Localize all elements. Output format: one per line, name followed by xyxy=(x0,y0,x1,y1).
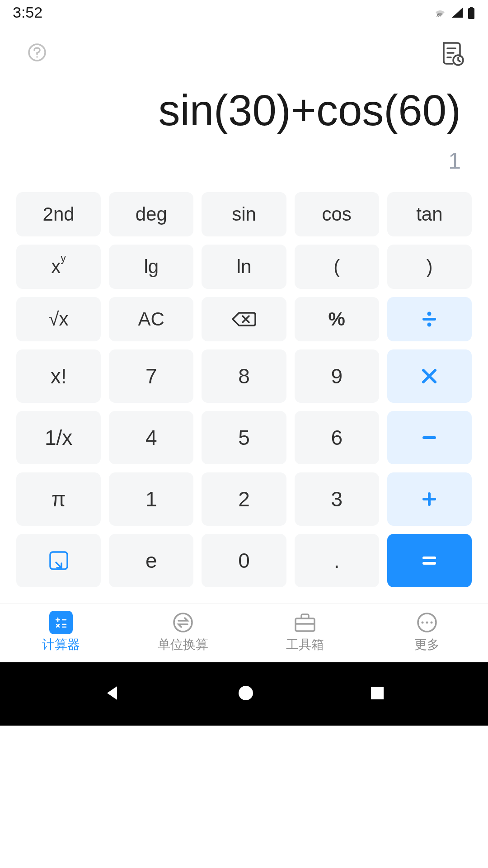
key-ln[interactable]: ln xyxy=(202,245,286,289)
svg-rect-16 xyxy=(422,436,436,439)
svg-rect-2 xyxy=(470,7,473,9)
key-dot[interactable]: . xyxy=(295,534,379,587)
nav-toolbox-label: 工具箱 xyxy=(286,636,324,653)
svg-point-13 xyxy=(427,322,432,326)
key-9[interactable]: 9 xyxy=(295,349,379,403)
svg-rect-19 xyxy=(50,552,67,569)
equals-icon xyxy=(420,552,438,570)
key-ac[interactable]: AC xyxy=(109,297,193,341)
nav-more[interactable]: 更多 xyxy=(366,604,488,662)
svg-point-36 xyxy=(239,686,253,700)
help-button[interactable] xyxy=(27,42,47,64)
svg-rect-20 xyxy=(422,557,436,559)
recent-square-icon xyxy=(370,686,385,700)
status-bar: 3:52 x xyxy=(0,0,488,25)
key-0[interactable]: 0 xyxy=(202,534,286,587)
wifi-off-icon: x xyxy=(433,7,447,19)
history-button[interactable] xyxy=(437,38,465,68)
key-rparen[interactable]: ) xyxy=(387,245,472,289)
key-minus[interactable] xyxy=(387,411,472,464)
key-power[interactable]: xy xyxy=(16,245,101,289)
key-sin[interactable]: sin xyxy=(202,192,286,236)
status-icons: x xyxy=(433,6,475,19)
signal-icon xyxy=(451,7,464,19)
key-backspace[interactable] xyxy=(202,297,286,341)
keypad: 2nd deg sin cos tan xy lg ln ( ) √x AC %… xyxy=(0,192,488,604)
nav-calculator-label: 计算器 xyxy=(42,636,80,653)
display-area: sin(30)+cos(60) 1 xyxy=(0,73,488,192)
svg-rect-1 xyxy=(468,8,474,19)
battery-icon xyxy=(467,6,475,19)
nav-unit-convert[interactable]: 单位换算 xyxy=(122,604,244,662)
result-display: 1 xyxy=(27,148,461,174)
svg-point-34 xyxy=(426,622,428,624)
svg-point-35 xyxy=(431,622,433,624)
multiply-icon xyxy=(421,368,437,384)
system-nav-bar xyxy=(0,662,488,726)
convert-icon xyxy=(172,612,194,633)
key-3[interactable]: 3 xyxy=(295,472,379,526)
key-pi[interactable]: π xyxy=(16,472,101,526)
svg-point-4 xyxy=(36,56,38,58)
svg-text:x: x xyxy=(436,12,439,18)
system-recent-button[interactable] xyxy=(370,686,385,702)
backspace-icon xyxy=(231,310,257,328)
key-lg[interactable]: lg xyxy=(109,245,193,289)
key-2nd[interactable]: 2nd xyxy=(16,192,101,236)
key-8[interactable]: 8 xyxy=(202,349,286,403)
plus-icon xyxy=(420,490,438,508)
svg-rect-12 xyxy=(422,318,436,321)
nav-more-label: 更多 xyxy=(414,636,440,653)
nav-toolbox[interactable]: 工具箱 xyxy=(244,604,366,662)
key-tan[interactable]: tan xyxy=(387,192,472,236)
toolbox-icon xyxy=(293,612,317,633)
help-icon xyxy=(27,42,47,62)
history-icon xyxy=(437,38,465,66)
svg-rect-30 xyxy=(296,618,314,631)
svg-rect-21 xyxy=(422,562,436,565)
key-deg[interactable]: deg xyxy=(109,192,193,236)
key-factorial[interactable]: x! xyxy=(16,349,101,403)
home-circle-icon xyxy=(238,685,254,701)
svg-rect-37 xyxy=(371,687,384,699)
key-2[interactable]: 2 xyxy=(202,472,286,526)
bottom-nav: 计算器 单位换算 工具箱 xyxy=(0,604,488,662)
key-5[interactable]: 5 xyxy=(202,411,286,464)
divide-icon xyxy=(420,310,438,328)
key-6[interactable]: 6 xyxy=(295,411,379,464)
nav-calculator[interactable]: 计算器 xyxy=(0,604,122,662)
key-divide[interactable] xyxy=(387,297,472,341)
key-7[interactable]: 7 xyxy=(109,349,193,403)
key-sqrt[interactable]: √x xyxy=(16,297,101,341)
calculator-icon xyxy=(49,611,73,634)
key-percent[interactable]: % xyxy=(295,297,379,341)
key-equals[interactable] xyxy=(387,534,472,587)
nav-unit-convert-label: 单位换算 xyxy=(158,636,208,653)
status-time: 3:52 xyxy=(13,4,42,21)
top-toolbar xyxy=(0,25,488,73)
svg-point-33 xyxy=(422,622,424,624)
key-reciprocal[interactable]: 1/x xyxy=(16,411,101,464)
key-1[interactable]: 1 xyxy=(109,472,193,526)
minus-icon xyxy=(420,429,438,447)
key-lparen[interactable]: ( xyxy=(295,245,379,289)
svg-point-29 xyxy=(174,613,192,632)
key-4[interactable]: 4 xyxy=(109,411,193,464)
more-icon xyxy=(416,612,438,633)
key-multiply[interactable] xyxy=(387,349,472,403)
svg-point-11 xyxy=(427,311,432,316)
system-home-button[interactable] xyxy=(238,685,254,703)
svg-rect-18 xyxy=(428,492,431,506)
system-back-button[interactable] xyxy=(103,684,122,704)
expression-display[interactable]: sin(30)+cos(60) xyxy=(27,86,461,134)
key-plus[interactable] xyxy=(387,472,472,526)
key-e[interactable]: e xyxy=(109,534,193,587)
key-cos[interactable]: cos xyxy=(295,192,379,236)
key-shrink[interactable] xyxy=(16,534,101,587)
back-triangle-icon xyxy=(103,684,122,702)
shrink-icon xyxy=(48,550,70,571)
